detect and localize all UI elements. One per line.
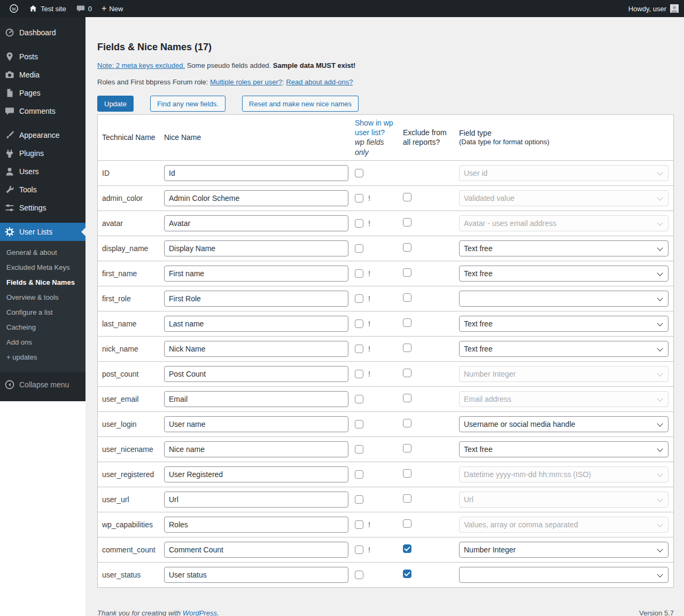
avatar[interactable] <box>670 4 679 13</box>
sidebar-item-posts[interactable]: Posts <box>0 48 86 66</box>
multiple-roles-link[interactable]: Multiple roles per user? <box>210 78 282 86</box>
field-type-select[interactable]: User id <box>459 165 669 181</box>
sidebar-item-tools[interactable]: Tools <box>0 181 86 199</box>
howdy-label[interactable]: Howdy, user <box>628 5 666 13</box>
exclude-checkbox[interactable] <box>403 394 411 402</box>
show-in-list-checkbox[interactable] <box>355 319 363 328</box>
submenu-fields-nice-names[interactable]: Fields & Nice Names <box>0 275 86 290</box>
exclude-checkbox[interactable] <box>403 369 411 377</box>
wordpress-footer-link[interactable]: WordPress <box>183 609 217 616</box>
submenu-updates[interactable]: + updates <box>0 349 86 364</box>
show-in-list-checkbox[interactable] <box>355 470 363 479</box>
show-in-list-checkbox[interactable] <box>355 370 363 378</box>
nice-name-input[interactable] <box>164 567 348 583</box>
sidebar-item-pages[interactable]: Pages <box>0 84 86 102</box>
show-in-list-checkbox[interactable] <box>355 269 363 278</box>
exclude-checkbox[interactable] <box>403 293 411 302</box>
exclude-checkbox[interactable] <box>403 318 411 327</box>
show-in-list-checkbox[interactable] <box>355 571 363 579</box>
show-in-wp-header-link[interactable]: Show in wp user list? <box>355 119 393 137</box>
exclude-checkbox[interactable] <box>403 444 411 453</box>
sidebar-item-appearance[interactable]: Appearance <box>0 126 86 144</box>
field-type-select[interactable]: Text free <box>459 441 669 457</box>
field-type-select[interactable] <box>459 567 669 583</box>
show-in-list-checkbox[interactable] <box>355 194 363 202</box>
nice-name-input[interactable] <box>164 240 348 256</box>
sidebar-item-users[interactable]: Users <box>0 162 86 181</box>
reset-nice-names-button[interactable]: Reset and make new nice names <box>242 96 359 112</box>
nice-name-input[interactable] <box>164 492 348 508</box>
nice-name-input[interactable] <box>164 215 348 231</box>
show-in-list-checkbox[interactable] <box>355 520 363 529</box>
nice-name-input[interactable] <box>164 542 348 558</box>
nice-name-input[interactable] <box>164 316 348 332</box>
site-name-menu[interactable]: Test site <box>24 0 71 17</box>
exclude-checkbox[interactable] <box>403 268 411 277</box>
show-in-list-checkbox[interactable] <box>355 345 363 353</box>
field-type-select[interactable]: Values, array or comma separated <box>459 517 669 533</box>
nice-name-input[interactable] <box>164 416 348 432</box>
submenu-excluded-meta-keys[interactable]: Excluded Meta Keys <box>0 260 86 275</box>
show-in-list-checkbox[interactable] <box>355 545 363 554</box>
field-type-select[interactable]: Text free <box>459 240 669 256</box>
nice-name-input[interactable] <box>164 190 348 206</box>
nice-name-input[interactable] <box>164 291 348 307</box>
field-type-select[interactable]: Url <box>459 492 669 508</box>
exclude-checkbox[interactable] <box>403 193 411 201</box>
exclude-checkbox[interactable] <box>403 218 411 227</box>
exclude-checkbox[interactable] <box>403 419 411 427</box>
show-in-list-checkbox[interactable] <box>355 219 363 228</box>
nice-name-input[interactable] <box>164 517 348 533</box>
exclude-checkbox[interactable] <box>403 344 411 352</box>
sidebar-item-plugins[interactable]: Plugins <box>0 144 86 162</box>
submenu-overview-tools[interactable]: Overview & tools <box>0 290 86 305</box>
update-button[interactable]: Update <box>97 96 134 112</box>
field-type-select[interactable]: Text free <box>459 316 669 332</box>
nice-name-input[interactable] <box>164 165 348 181</box>
show-in-list-checkbox[interactable] <box>355 395 363 403</box>
field-type-select[interactable]: Number Integer <box>459 542 669 558</box>
new-menu[interactable]: + New <box>97 0 128 17</box>
field-type-select[interactable]: Datetime yyyy-mm-dd hh:mm:ss (ISO) <box>459 466 669 482</box>
sidebar-item-user-lists[interactable]: User Lists <box>0 223 86 241</box>
show-in-list-checkbox[interactable] <box>355 294 363 303</box>
exclude-checkbox[interactable] <box>403 519 411 528</box>
submenu-general-about[interactable]: General & about <box>0 245 86 260</box>
nice-name-input[interactable] <box>164 366 348 382</box>
sidebar-item-settings[interactable]: Settings <box>0 199 86 217</box>
show-in-list-checkbox[interactable] <box>355 420 363 428</box>
show-in-list-checkbox[interactable] <box>355 445 363 454</box>
exclude-checkbox[interactable] <box>403 570 411 578</box>
field-type-select[interactable]: Avatar - uses email address <box>459 215 669 231</box>
wordpress-logo-menu[interactable]: W <box>4 0 24 17</box>
field-type-select[interactable] <box>459 291 669 307</box>
show-in-list-checkbox[interactable] <box>355 495 363 504</box>
nice-name-input[interactable] <box>164 341 348 357</box>
comments-menu[interactable]: 0 <box>71 0 97 17</box>
exclude-checkbox[interactable] <box>403 544 411 553</box>
show-in-list-checkbox[interactable] <box>355 244 363 253</box>
submenu-add-ons[interactable]: Add ons <box>0 334 86 349</box>
submenu-cacheing[interactable]: Cacheing <box>0 319 86 334</box>
exclude-checkbox[interactable] <box>403 469 411 478</box>
sidebar-item-media[interactable]: Media <box>0 66 86 84</box>
field-type-select[interactable]: Validated value <box>459 190 669 206</box>
field-type-select[interactable]: Text free <box>459 266 669 282</box>
exclude-checkbox[interactable] <box>403 243 411 252</box>
exclude-checkbox[interactable] <box>403 494 411 503</box>
field-type-select[interactable]: Email address <box>459 391 669 407</box>
find-new-fields-button[interactable]: Find any new fields. <box>150 96 226 112</box>
sidebar-item-dashboard[interactable]: Dashboard <box>0 24 86 42</box>
submenu-configure-a-list[interactable]: Configure a list <box>0 305 86 319</box>
nice-name-input[interactable] <box>164 441 348 457</box>
show-in-list-checkbox[interactable] <box>355 169 363 177</box>
read-about-addons-link[interactable]: Read about add-ons? <box>286 78 353 86</box>
field-type-select[interactable]: Username or social media handle <box>459 416 669 432</box>
field-type-select[interactable]: Text free <box>459 341 669 357</box>
nice-name-input[interactable] <box>164 466 348 482</box>
collapse-menu-button[interactable]: Collapse menu <box>0 376 86 394</box>
field-type-select[interactable]: Number Integer <box>459 366 669 382</box>
nice-name-input[interactable] <box>164 391 348 407</box>
nice-name-input[interactable] <box>164 266 348 282</box>
sidebar-item-comments[interactable]: Comments <box>0 102 86 120</box>
